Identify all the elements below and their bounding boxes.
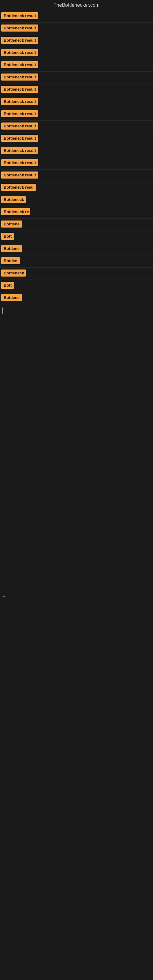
spacer [1, 482, 153, 500]
list-item: Bottleneck result [1, 96, 153, 108]
spacer [1, 445, 153, 464]
list-item: Bottleneck result [1, 133, 153, 145]
spacer [1, 765, 153, 783]
list-item: Bottleneck resu [1, 182, 153, 194]
bottleneck-result-badge[interactable]: Bott [1, 233, 14, 240]
list-item: Bottlen [1, 255, 153, 268]
spacer [1, 728, 153, 747]
spacer [1, 747, 153, 765]
bottleneck-result-badge[interactable]: Bottleneck result [1, 24, 38, 32]
bottleneck-result-badge[interactable]: Bottleneck result [1, 159, 38, 166]
bottleneck-result-badge[interactable]: Bottleneck result [1, 73, 38, 81]
spacer [1, 555, 153, 574]
bottleneck-result-badge[interactable]: Bottlen [1, 257, 20, 264]
spacer [1, 353, 153, 372]
bottleneck-result-badge[interactable]: Bott [1, 282, 14, 289]
bottleneck-result-badge[interactable]: Bottleneck resu [1, 184, 36, 191]
spacer [1, 692, 153, 710]
spacer [1, 500, 153, 519]
spacer [1, 931, 153, 949]
spacer [1, 600, 153, 618]
list-item: Bottleneck result [1, 23, 153, 35]
bottleneck-result-badge[interactable]: Bottlene [1, 245, 22, 252]
spacer [1, 574, 153, 592]
list-item: Bottlene [1, 243, 153, 255]
list-item: Bottlene [1, 219, 153, 231]
list-item: Bottlene [1, 292, 153, 304]
spacer [1, 655, 153, 673]
bottleneck-result-badge[interactable]: Bottleneck result [1, 172, 38, 178]
spacer [1, 875, 153, 894]
spacer [1, 820, 153, 838]
list-item: Bott [1, 280, 153, 292]
list-item: Bottleneck result [1, 158, 153, 170]
list-item: Bottleneck result [1, 10, 153, 23]
spacer [1, 335, 153, 353]
spacer [1, 912, 153, 931]
bottleneck-result-badge[interactable]: Bottleneck re [1, 208, 30, 215]
bottleneck-result-badge[interactable]: Bottleneck result [1, 98, 38, 105]
bottleneck-result-badge[interactable]: Bottleneck [1, 269, 26, 277]
list-item: Bottleneck [1, 194, 153, 207]
list-item: Bottleneck result [1, 35, 153, 47]
spacer [1, 636, 153, 655]
list-item: Bottleneck [1, 268, 153, 280]
site-title: TheBottlenecker.com [0, 0, 153, 9]
list-item: Bottleneck result [1, 145, 153, 158]
list-item: Bottleneck result [1, 108, 153, 121]
list-item: Bottleneck result [1, 59, 153, 72]
bottleneck-result-badge[interactable]: Bottleneck result [1, 123, 38, 130]
spacer [1, 427, 153, 445]
cursor-indicator [2, 307, 3, 313]
bottleneck-result-badge[interactable]: Bottleneck result [1, 37, 38, 44]
spacer [1, 802, 153, 820]
list-item: Bottleneck result [1, 170, 153, 182]
spacer [1, 783, 153, 802]
spacer [1, 710, 153, 728]
list-item: Bottleneck result [1, 72, 153, 84]
bottleneck-result-badge[interactable]: Bottleneck result [1, 135, 38, 142]
spacer [1, 519, 153, 537]
list-item: Bottleneck result [1, 121, 153, 133]
bottleneck-result-badge[interactable]: Bottleneck result [1, 147, 38, 154]
bottleneck-result-badge[interactable]: Bottlene [1, 221, 22, 228]
spacer [1, 673, 153, 692]
bottleneck-result-badge[interactable]: Bottleneck result [1, 12, 38, 19]
spacer [1, 317, 153, 335]
spacer [1, 618, 153, 636]
bottom-indicator: = [1, 592, 153, 600]
list-item: Bottleneck result [1, 47, 153, 59]
page-wrapper: TheBottlenecker.com Bottleneck resultBot… [0, 0, 153, 967]
list-item: Bottleneck re [1, 207, 153, 219]
bottleneck-result-badge[interactable]: Bottleneck result [1, 61, 38, 68]
spacer [1, 409, 153, 427]
bottleneck-result-badge[interactable]: Bottleneck result [1, 110, 38, 117]
bottleneck-result-badge[interactable]: Bottleneck [1, 196, 26, 203]
spacer [1, 949, 153, 967]
spacer [1, 464, 153, 482]
spacer [1, 390, 153, 409]
list-item: Bott [1, 231, 153, 243]
spacer [1, 894, 153, 912]
bottleneck-result-badge[interactable]: Bottleneck result [1, 49, 38, 56]
spacer [1, 537, 153, 555]
items-container: Bottleneck resultBottleneck resultBottle… [0, 9, 153, 967]
bottleneck-result-badge[interactable]: Bottlene [1, 294, 22, 301]
spacer [1, 857, 153, 875]
spacer [1, 372, 153, 390]
list-item: Bottleneck result [1, 84, 153, 96]
spacer [1, 838, 153, 857]
bottleneck-result-badge[interactable]: Bottleneck result [1, 86, 38, 93]
